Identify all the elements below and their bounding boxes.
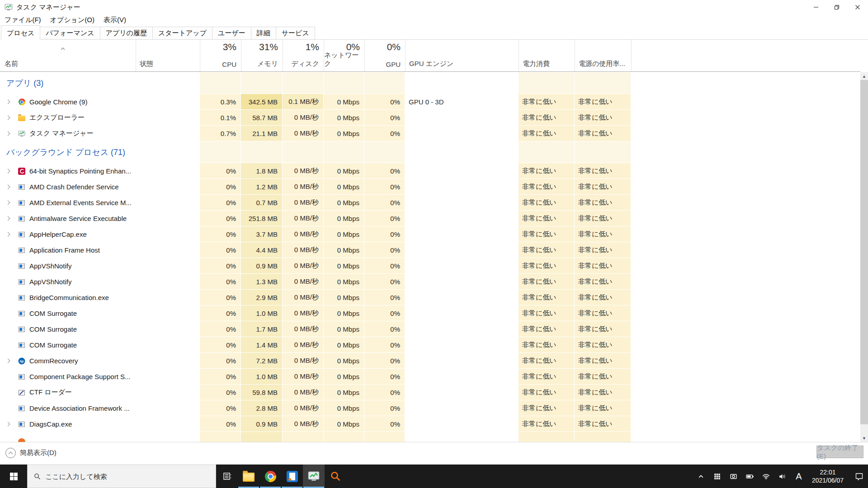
- process-row[interactable]: Application Frame Host0%4.4 MB0 MB/秒0 Mb…: [0, 242, 860, 258]
- tab-startup[interactable]: スタートアップ: [152, 27, 212, 40]
- column-header-network[interactable]: 0%ネットワーク: [324, 40, 364, 71]
- restore-button[interactable]: [826, 0, 847, 14]
- process-row[interactable]: Antimalware Service Executable0%251.8 MB…: [0, 211, 860, 226]
- group-header-row[interactable]: アプリ (3): [0, 72, 860, 94]
- column-header-gpu[interactable]: 0%GPU: [364, 40, 405, 71]
- expand-chevron-icon[interactable]: [6, 359, 10, 363]
- taskbar-chrome[interactable]: [259, 465, 281, 488]
- tab-processes[interactable]: プロセス: [1, 25, 40, 40]
- network-cell: 0 Mbps: [324, 290, 364, 305]
- winapp-icon: [18, 247, 25, 254]
- tab-app-history[interactable]: アプリの履歴: [100, 27, 153, 40]
- tab-details[interactable]: 詳細: [251, 27, 276, 40]
- process-row[interactable]: AppVShNotify0%1.3 MB0 MB/秒0 Mbps0%非常に低い非…: [0, 274, 860, 290]
- taskbar-file-explorer[interactable]: [238, 465, 259, 488]
- group-header-row[interactable]: バックグラウンド プロセス (71): [0, 141, 860, 163]
- menu-file[interactable]: ファイル(F): [0, 16, 46, 24]
- expand-chevron-icon[interactable]: [6, 169, 10, 174]
- vertical-scrollbar[interactable]: ▲ ▼: [860, 72, 868, 442]
- expand-chevron-icon[interactable]: [6, 185, 10, 189]
- process-row[interactable]: CTF ローダー0%59.8 MB0 MB/秒0 Mbps0%非常に低い非常に低…: [0, 385, 860, 400]
- start-button[interactable]: [0, 465, 27, 488]
- process-row[interactable]: DiagsCap.exe0%0.9 MB0 MB/秒0 Mbps0%非常に低い非…: [0, 416, 860, 432]
- task-view-button[interactable]: [216, 465, 238, 488]
- end-task-button[interactable]: タスクの終了(E): [816, 446, 863, 458]
- expand-chevron-icon[interactable]: [6, 232, 10, 237]
- process-table-header: 名前 状態 3%CPU 31%メモリ 1%ディスク 0%ネットワーク 0%GPU…: [0, 40, 860, 72]
- column-header-power[interactable]: 電力消費: [519, 40, 575, 71]
- process-row[interactable]: hpCommRecovery0%7.2 MB0 MB/秒0 Mbps0%非常に低…: [0, 353, 860, 369]
- power-cell: 非常に低い: [519, 400, 575, 416]
- ime-mode-indicator[interactable]: A: [792, 471, 806, 482]
- column-header-cpu[interactable]: 3%CPU: [200, 40, 241, 71]
- process-row[interactable]: Google Chrome (9)0.3%342.5 MB0.1 MB/秒0 M…: [0, 94, 860, 110]
- hidden-icons-button[interactable]: [694, 465, 708, 488]
- process-row[interactable]: Device Association Framework ...0%2.8 MB…: [0, 400, 860, 416]
- close-button[interactable]: [847, 0, 868, 14]
- process-row[interactable]: COM Surrogate0%1.7 MB0 MB/秒0 Mbps0%非常に低い…: [0, 321, 860, 337]
- column-header-gpu-engine[interactable]: GPU エンジン: [405, 40, 519, 71]
- cpu-cell: 0%: [200, 290, 241, 305]
- battery-icon[interactable]: [743, 465, 757, 488]
- taskbar-search-box[interactable]: [27, 465, 216, 488]
- action-center-button[interactable]: [850, 465, 868, 488]
- winapp-icon: [18, 373, 25, 380]
- taskbar-task-manager[interactable]: [303, 465, 325, 488]
- process-row[interactable]: AMD Crash Defender Service0%1.2 MB0 MB/秒…: [0, 179, 860, 195]
- scrollbar-down-arrow[interactable]: ▼: [860, 434, 868, 442]
- tab-performance[interactable]: パフォーマンス: [40, 27, 100, 40]
- expand-chevron-icon[interactable]: [6, 422, 10, 427]
- scrollbar-up-arrow[interactable]: ▲: [860, 72, 868, 80]
- expand-chevron-icon[interactable]: [6, 116, 10, 120]
- simple-view-toggle[interactable]: 簡易表示(D): [5, 448, 57, 458]
- disk-cell: 0 MB/秒: [283, 337, 324, 353]
- gpu-cell: [364, 432, 405, 442]
- minimize-button[interactable]: [806, 0, 826, 14]
- taskbar: A 22:01 2021/06/07: [0, 465, 868, 488]
- process-row[interactable]: エクスプローラー0.1%58.7 MB0 MB/秒0 Mbps0%非常に低い非常…: [0, 110, 860, 126]
- expand-chevron-icon[interactable]: [6, 201, 10, 205]
- process-row[interactable]: COM Surrogate0%1.4 MB0 MB/秒0 Mbps0%非常に低い…: [0, 337, 860, 353]
- status-cell: [136, 211, 200, 226]
- column-header-disk[interactable]: 1%ディスク: [283, 40, 324, 71]
- taskbar-search-app[interactable]: [325, 465, 346, 488]
- process-row[interactable]: AppVShNotify0%0.9 MB0 MB/秒0 Mbps0%非常に低い非…: [0, 258, 860, 274]
- tab-services[interactable]: サービス: [276, 27, 315, 40]
- tray-grid-icon[interactable]: [711, 465, 724, 488]
- process-row[interactable]: BridgeCommunication.exe0%2.9 MB0 MB/秒0 M…: [0, 290, 860, 305]
- expand-chevron-icon[interactable]: [6, 131, 10, 136]
- process-row[interactable]: AppHelperCap.exe0%3.7 MB0 MB/秒0 Mbps0%非常…: [0, 226, 860, 242]
- process-row[interactable]: AMD External Events Service M...0%0.7 MB…: [0, 195, 860, 211]
- process-row[interactable]: Component Package Support S...0%1.0 MB0 …: [0, 369, 860, 385]
- gpu-cell: [364, 72, 405, 94]
- process-row[interactable]: COM Surrogate0%1.0 MB0 MB/秒0 Mbps0%非常に低い…: [0, 305, 860, 321]
- network-cell: 0 Mbps: [324, 321, 364, 337]
- volume-icon[interactable]: [776, 465, 789, 488]
- process-row[interactable]: 64-bit Synaptics Pointing Enhan...0%1.8 …: [0, 163, 860, 179]
- menu-view[interactable]: 表示(V): [99, 16, 131, 24]
- scrollbar-thumb[interactable]: [860, 80, 868, 424]
- chrome-icon: [265, 471, 276, 482]
- tray-cast-icon[interactable]: [727, 465, 741, 488]
- process-name: BridgeCommunication.exe: [29, 294, 109, 301]
- column-header-name[interactable]: 名前: [0, 40, 136, 71]
- expand-chevron-icon[interactable]: [6, 216, 10, 221]
- network-cell: 0 Mbps: [324, 195, 364, 211]
- power-trend-cell: 非常に低い: [575, 416, 631, 432]
- column-header-power-trend[interactable]: 電源の使用率...: [575, 40, 631, 71]
- process-row-partial[interactable]: [0, 432, 860, 442]
- column-header-status[interactable]: 状態: [136, 40, 200, 71]
- column-header-memory[interactable]: 31%メモリ: [241, 40, 283, 71]
- network-cell: 0 Mbps: [324, 163, 364, 179]
- power-cell: 非常に低い: [519, 179, 575, 195]
- process-name: 64-bit Synaptics Pointing Enhan...: [29, 167, 131, 175]
- taskbar-document-app[interactable]: [281, 465, 303, 488]
- memory-cell: 4.4 MB: [241, 242, 283, 258]
- tab-users[interactable]: ユーザー: [212, 27, 251, 40]
- menu-options[interactable]: オプション(O): [46, 16, 99, 24]
- wifi-icon[interactable]: [760, 465, 773, 488]
- search-input[interactable]: [45, 473, 199, 480]
- expand-chevron-icon[interactable]: [6, 100, 10, 104]
- process-row[interactable]: タスク マネージャー0.7%21.1 MB0 MB/秒0 Mbps0%非常に低い…: [0, 126, 860, 141]
- taskbar-clock[interactable]: 22:01 2021/06/07: [808, 468, 847, 484]
